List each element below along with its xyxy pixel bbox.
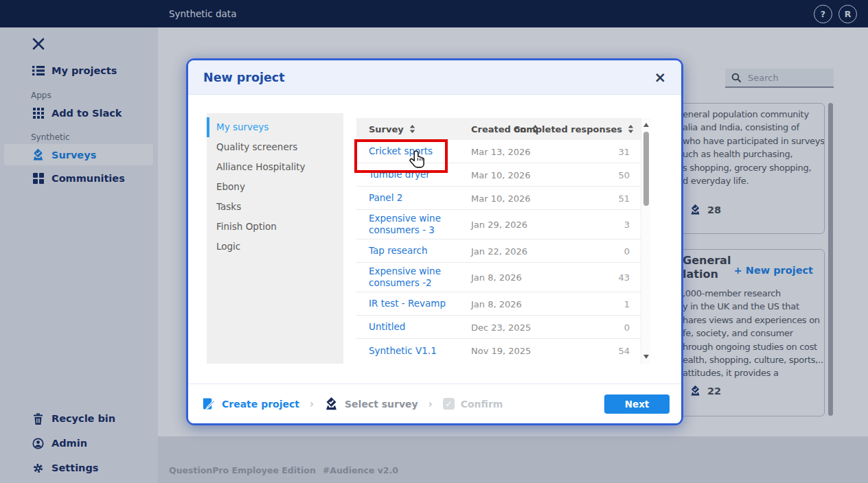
modal-footer: Create project › Select survey › ✓ Confi…: [188, 384, 681, 423]
step-label: Create project: [222, 399, 299, 410]
step-confirm: ✓ Confirm: [443, 398, 503, 410]
survey-link[interactable]: Synthetic V1.1: [369, 345, 457, 357]
modal-body: My surveys Quality screeners Alliance Ho…: [188, 95, 681, 384]
table-row: Tap research Jan 22, 2026 0: [356, 239, 641, 263]
folder-alliance-hospitality[interactable]: Alliance Hospitality: [207, 157, 343, 177]
created-date: Jan 8, 2026: [471, 272, 522, 283]
annotation-highlight-box: [354, 139, 448, 173]
step-separator-icon: ›: [429, 398, 433, 410]
folder-my-surveys[interactable]: My surveys: [207, 117, 343, 137]
next-button[interactable]: Next: [604, 394, 670, 414]
created-date: Mar 10, 2026: [471, 169, 531, 180]
folder-ebony[interactable]: Ebony: [207, 177, 343, 197]
folder-logic[interactable]: Logic: [207, 237, 343, 257]
table-row: Expensive wine consumers -2 Jan 8, 2026 …: [356, 263, 641, 292]
step-label: Select survey: [345, 399, 418, 410]
table-header: Survey Created on Completed responses: [356, 118, 641, 140]
created-date: Jan 22, 2026: [471, 246, 527, 256]
responses-count: 1: [624, 298, 630, 309]
table-row: Untitled Dec 23, 2025 0: [356, 316, 641, 339]
responses-count: 0: [624, 246, 630, 256]
created-date: Nov 19, 2025: [471, 346, 531, 356]
scroll-down-icon[interactable]: [643, 355, 649, 359]
ballot-icon: [324, 397, 339, 411]
modal-title: New project: [203, 71, 285, 84]
sort-icon: [628, 125, 634, 133]
step-create-project: Create project: [201, 397, 299, 411]
responses-count: 51: [618, 193, 630, 203]
folder-quality-screeners[interactable]: Quality screeners: [207, 137, 343, 157]
column-completed-responses[interactable]: Completed responses: [514, 124, 634, 134]
table-row: Expensive wine consumers - 3 Jan 29, 202…: [356, 210, 641, 239]
scroll-up-icon[interactable]: [643, 123, 649, 127]
responses-count: 50: [618, 169, 630, 180]
table-row: Synthetic V1.1 Nov 19, 2025 54: [356, 339, 641, 362]
checkbox-icon: ✓: [443, 398, 455, 410]
survey-link[interactable]: Expensive wine consumers -2: [369, 266, 457, 289]
cursor-pointer-icon: [408, 150, 426, 174]
responses-count: 3: [624, 220, 630, 230]
step-select-survey: Select survey: [324, 397, 418, 411]
survey-link[interactable]: Expensive wine consumers - 3: [369, 213, 457, 236]
created-date: Dec 23, 2025: [471, 322, 531, 332]
close-icon[interactable]: ×: [654, 71, 666, 84]
folder-finish-option[interactable]: Finish Option: [207, 217, 343, 237]
step-label: Confirm: [461, 399, 503, 410]
new-project-modal: New project × My surveys Quality screene…: [186, 58, 683, 425]
sort-icon: [409, 125, 415, 133]
created-date: Jan 29, 2026: [471, 220, 527, 230]
modal-header: New project ×: [188, 60, 681, 95]
scroll-thumb[interactable]: [643, 132, 649, 206]
survey-link[interactable]: Untitled: [369, 321, 457, 333]
app-window: Synthetic data ? R Audience My projects …: [0, 0, 868, 483]
created-date: Mar 10, 2026: [471, 193, 531, 203]
create-project-icon: [201, 397, 216, 411]
created-date: Jan 8, 2026: [471, 298, 522, 309]
folder-tasks[interactable]: Tasks: [207, 197, 343, 217]
survey-link[interactable]: Tap research: [369, 245, 457, 257]
column-survey[interactable]: Survey: [369, 124, 415, 134]
created-date: Mar 13, 2026: [471, 146, 531, 156]
table-row: IR test - Revamp Jan 8, 2026 1: [356, 292, 641, 316]
survey-link[interactable]: Panel 2: [369, 192, 457, 204]
responses-count: 31: [618, 146, 630, 156]
responses-count: 43: [618, 272, 630, 283]
modal-folder-nav: My surveys Quality screeners Alliance Ho…: [207, 113, 343, 364]
table-scrollbar[interactable]: [641, 118, 650, 364]
survey-link[interactable]: IR test - Revamp: [369, 298, 457, 309]
step-separator-icon: ›: [310, 398, 314, 410]
responses-count: 0: [624, 322, 630, 332]
responses-count: 54: [618, 346, 630, 356]
table-row: Panel 2 Mar 10, 2026 51: [356, 187, 641, 210]
